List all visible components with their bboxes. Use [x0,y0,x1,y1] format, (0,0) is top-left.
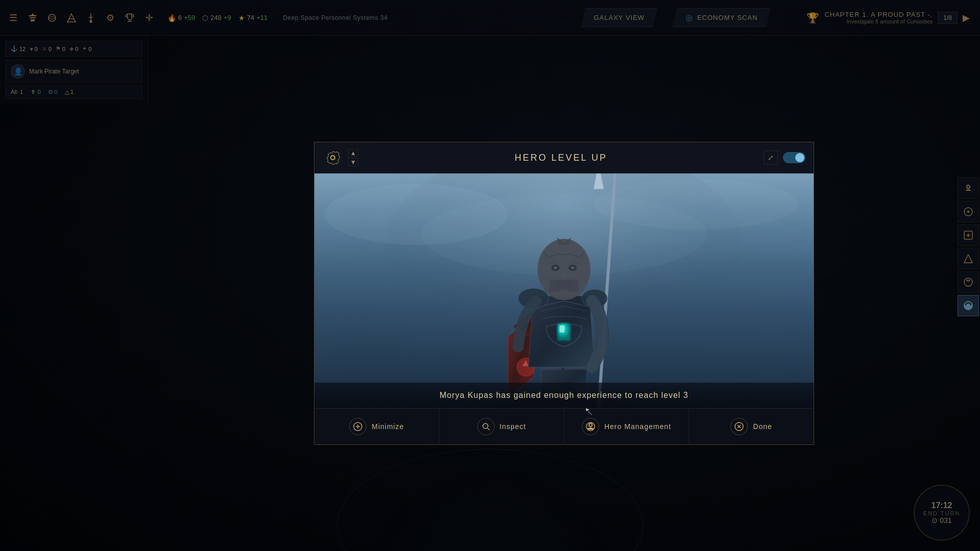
hero-management-button[interactable]: Hero Management [565,409,690,444]
hero-management-label: Hero Management [604,422,671,431]
modal-nav-down[interactable]: ▼ [348,158,358,166]
modal-toggle[interactable] [783,152,805,163]
minimize-button[interactable]: Minimize [314,409,439,444]
done-label: Done [753,422,772,431]
inspect-icon [477,418,495,435]
svg-point-28 [537,239,591,300]
modal-gear-decoration [323,147,343,168]
modal-nav-arrows: ▲ ▼ [348,149,358,166]
svg-point-32 [571,266,575,269]
header-gear-icon [326,151,340,165]
svg-line-38 [487,428,489,430]
modal-actions: Minimize Inspect [314,408,814,444]
modal-nav-up[interactable]: ▲ [348,149,358,157]
minimize-label: Minimize [372,422,404,431]
svg-point-37 [483,423,488,429]
done-icon [730,418,748,435]
hero-management-icon [582,418,599,435]
modal-header: ▲ ▼ HERO LEVEL UP ⤢ [314,142,814,173]
hero-modal: ▲ ▼ HERO LEVEL UP ⤢ [314,142,814,445]
modal-title: HERO LEVEL UP [358,153,764,163]
hero-message-bar: Morya Kupas has gained enough experience… [314,383,814,408]
svg-point-31 [553,266,557,269]
hero-figure-svg [314,173,814,408]
inspect-label: Inspect [500,422,526,431]
inspect-button[interactable]: Inspect [439,409,565,444]
hero-image-area: Morya Kupas has gained enough experience… [314,173,814,408]
modal-expand-button[interactable]: ⤢ [764,151,778,165]
modal-header-right: ⤢ [764,151,805,165]
modal-overlay: ▲ ▼ HERO LEVEL UP ⤢ [0,0,980,551]
hero-message-text: Morya Kupas has gained enough experience… [325,391,803,400]
svg-rect-24 [559,325,565,333]
modal-header-left: ▲ ▼ [323,147,358,168]
minimize-icon [349,418,366,435]
done-button[interactable]: Done [689,409,814,444]
